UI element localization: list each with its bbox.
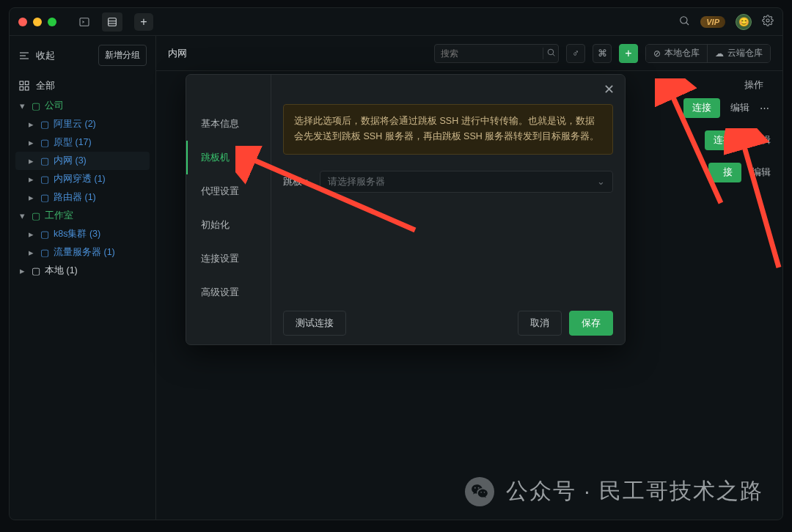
- chevron-right-icon: ▸: [29, 229, 36, 240]
- tree-label: k8s集群 (3): [54, 228, 100, 240]
- connect-button[interactable]: 连接: [683, 98, 720, 118]
- folder-icon: ▢: [40, 119, 49, 130]
- search-input[interactable]: [435, 48, 543, 59]
- folder-icon: ▢: [32, 210, 40, 221]
- row-more-icon[interactable]: ⋯: [760, 103, 771, 114]
- test-connection-button[interactable]: 测试连接: [283, 311, 346, 336]
- disable-icon: ⊘: [653, 48, 661, 59]
- tree-router[interactable]: ▸ ▢ 路由器 (1): [15, 188, 150, 207]
- cloud-icon: ☁: [715, 48, 724, 59]
- layout-terminal-icon[interactable]: [74, 12, 95, 32]
- folder-icon: ▢: [40, 192, 49, 203]
- window-maximize[interactable]: [48, 18, 56, 26]
- tree-local[interactable]: ▸ ▢ 本地 (1): [15, 262, 150, 280]
- repo-toggle: ⊘ 本地仓库 ☁ 云端仓库: [645, 44, 771, 63]
- chevron-right-icon: ▸: [29, 247, 36, 258]
- jump-label: 跳板：: [283, 175, 312, 188]
- svg-line-15: [552, 53, 554, 56]
- folder-icon: ▢: [40, 155, 49, 166]
- connect-button[interactable]: 连接: [705, 130, 741, 150]
- tab-initialization[interactable]: 初始化: [186, 208, 271, 242]
- local-repo-tab[interactable]: ⊘ 本地仓库: [646, 45, 708, 62]
- tree-label: 阿里云 (2): [54, 118, 96, 130]
- svg-point-14: [548, 49, 554, 55]
- search-submit-icon[interactable]: [543, 48, 558, 59]
- folder-icon: ▢: [40, 229, 49, 240]
- settings-icon[interactable]: [762, 15, 774, 29]
- tree-label: 本地 (1): [45, 265, 78, 277]
- tree-label: 工作室: [45, 210, 73, 222]
- connect-button[interactable]: 接: [708, 163, 741, 182]
- new-tab-button[interactable]: +: [134, 13, 153, 31]
- svg-rect-1: [109, 18, 117, 26]
- chevron-right-icon: ▸: [20, 265, 27, 276]
- chevron-right-icon: ▸: [29, 192, 36, 203]
- tab-basic-info[interactable]: 基本信息: [186, 107, 271, 141]
- sidebar: 收起 新增分组 全部 ▾ ▢ 公司 ▸ ▢ 阿里云 (2): [10, 36, 156, 520]
- cloud-repo-label: 云端仓库: [727, 47, 763, 59]
- tree-label: 流量服务器 (1): [54, 246, 115, 259]
- local-repo-label: 本地仓库: [664, 47, 700, 59]
- cancel-button[interactable]: 取消: [518, 311, 562, 336]
- edit-button[interactable]: 编辑: [730, 101, 749, 114]
- command-button[interactable]: ⌘: [593, 44, 612, 63]
- tree-intranet-tunnel[interactable]: ▸ ▢ 内网穿透 (1): [15, 170, 150, 188]
- watermark: 公众号 · 民工哥技术之路: [465, 476, 763, 506]
- gender-filter-button[interactable]: ♂: [566, 44, 585, 63]
- tree-company[interactable]: ▾ ▢ 公司: [15, 97, 150, 115]
- cloud-repo-tab[interactable]: ☁ 云端仓库: [708, 45, 770, 62]
- search-box[interactable]: [434, 44, 559, 63]
- sidebar-all[interactable]: 全部: [10, 75, 155, 97]
- info-banner: 选择此选项后，数据将会通过跳板 SSH 进行中转传输。也就是说，数据会先发送到跳…: [283, 104, 613, 155]
- modal-tabs: 基本信息 跳板机 代理设置 初始化 连接设置 高级设置: [186, 75, 271, 344]
- new-group-button[interactable]: 新增分组: [98, 45, 147, 66]
- tree-traffic[interactable]: ▸ ▢ 流量服务器 (1): [15, 243, 150, 262]
- tab-jump-server[interactable]: 跳板机: [186, 141, 271, 174]
- layout-list-icon[interactable]: [102, 12, 122, 32]
- folder-icon: ▢: [40, 174, 49, 185]
- tab-advanced-settings[interactable]: 高级设置: [186, 276, 271, 309]
- avatar[interactable]: 😊: [736, 14, 752, 30]
- folder-icon: ▢: [32, 265, 40, 276]
- chevron-down-icon: ⌄: [597, 176, 605, 187]
- tree-intranet[interactable]: ▸ ▢ 内网 (3): [15, 152, 150, 170]
- save-button[interactable]: 保存: [569, 311, 613, 336]
- chevron-right-icon: ▸: [29, 174, 36, 185]
- chevron-right-icon: ▸: [29, 137, 36, 148]
- connection-settings-modal: 基本信息 跳板机 代理设置 初始化 连接设置 高级设置 ✕ 选择此选项后，数据将…: [186, 74, 626, 345]
- edit-button[interactable]: 编辑: [752, 166, 771, 179]
- chevron-right-icon: ▸: [29, 155, 36, 166]
- tree-label: 内网穿透 (1): [54, 173, 106, 185]
- svg-rect-10: [20, 81, 23, 85]
- jump-server-select[interactable]: 请选择服务器 ⌄: [320, 171, 613, 193]
- tree-aliyun[interactable]: ▸ ▢ 阿里云 (2): [15, 115, 150, 133]
- window-close[interactable]: [18, 18, 27, 26]
- edit-button[interactable]: 编辑: [752, 133, 771, 147]
- tab-connection-settings[interactable]: 连接设置: [186, 242, 271, 276]
- modal-close-button[interactable]: ✕: [600, 81, 617, 98]
- tab-proxy-settings[interactable]: 代理设置: [186, 174, 271, 208]
- chevron-down-icon: ▾: [20, 210, 27, 221]
- folder-icon: ▢: [40, 247, 49, 258]
- svg-rect-12: [20, 86, 23, 90]
- sidebar-all-label: 全部: [36, 79, 55, 92]
- search-icon[interactable]: [678, 15, 690, 29]
- section-title: 内网: [168, 47, 187, 60]
- sidebar-collapse-button[interactable]: 收起: [18, 49, 55, 62]
- vip-badge[interactable]: VIP: [700, 16, 725, 28]
- chevron-right-icon: ▸: [29, 119, 36, 130]
- sidebar-collapse-label: 收起: [36, 49, 55, 62]
- folder-icon: ▢: [32, 100, 40, 111]
- traffic-lights: [18, 18, 56, 26]
- window-minimize[interactable]: [33, 18, 42, 26]
- folder-icon: ▢: [40, 137, 49, 148]
- chevron-down-icon: ▾: [20, 100, 27, 111]
- tree-label: 原型 (17): [54, 136, 92, 149]
- add-button[interactable]: +: [619, 44, 638, 63]
- watermark-text: 公众号 · 民工哥技术之路: [506, 476, 763, 506]
- tree-label: 路由器 (1): [54, 191, 96, 204]
- tree-prototype[interactable]: ▸ ▢ 原型 (17): [15, 133, 150, 152]
- tree-studio[interactable]: ▾ ▢ 工作室: [15, 207, 150, 225]
- svg-rect-13: [25, 86, 29, 90]
- tree-k8s[interactable]: ▸ ▢ k8s集群 (3): [15, 225, 150, 243]
